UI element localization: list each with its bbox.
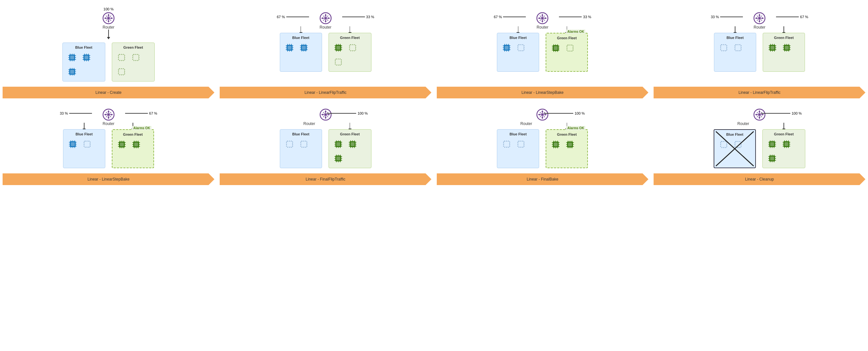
stage-name-label: Linear - Create xyxy=(96,90,122,95)
svg-rect-51 xyxy=(119,55,124,60)
svg-rect-419 xyxy=(351,142,354,146)
svg-rect-36 xyxy=(85,56,88,60)
blue-fleet-label: Blue Fleet xyxy=(726,133,744,136)
main-container: 100 % Router Blue F xyxy=(0,0,868,189)
router-section: 33 % 67 % Router xyxy=(2,103,215,126)
green-fleet-box: Alarms OK Green Fleet xyxy=(546,33,588,72)
svg-rect-316 xyxy=(84,141,90,147)
svg-rect-366 xyxy=(287,141,292,147)
svg-rect-292 xyxy=(785,46,789,50)
svg-rect-521 xyxy=(735,142,741,147)
svg-rect-575 xyxy=(770,156,774,161)
instance-0 xyxy=(67,138,79,150)
pct-left: 33 % xyxy=(711,15,719,19)
instances-grid xyxy=(550,42,584,54)
pct-left: 67 % xyxy=(494,15,502,19)
blue-fleet-label: Blue Fleet xyxy=(76,132,93,136)
router-label: Router xyxy=(304,121,315,126)
svg-rect-547 xyxy=(770,142,774,146)
instance-1 xyxy=(80,51,93,64)
fleets-row: Blue Fleet xyxy=(714,129,805,168)
svg-rect-496 xyxy=(568,143,572,146)
pct-right: 67 % xyxy=(149,111,157,115)
instances-grid xyxy=(66,51,102,78)
pct-right: 100 % xyxy=(358,111,368,115)
alarms-ok-badge: Alarms OK xyxy=(566,126,586,130)
green-fleet-label: Green Fleet xyxy=(340,36,360,40)
svg-rect-112 xyxy=(288,46,291,50)
instance-2 xyxy=(766,152,778,165)
green-fleet-label: Green Fleet xyxy=(557,133,577,136)
blue-fleet-box: Blue Fleet xyxy=(280,33,322,72)
pct-right: 33 % xyxy=(366,15,374,19)
svg-rect-217 xyxy=(567,45,573,51)
fleets-row: Blue Fleet xyxy=(714,33,805,72)
green-fleet-label: Green Fleet xyxy=(123,45,143,49)
blue-fleet-box: Blue Fleet xyxy=(714,129,756,168)
instance-0 xyxy=(717,138,730,151)
instance-0 xyxy=(332,138,344,150)
stage-name-label: Linear - LinearStepBake xyxy=(87,177,129,181)
instances-grid xyxy=(717,42,753,54)
stage-arrow: Linear - LinearFlipTraffic xyxy=(220,87,432,98)
instances-grid xyxy=(332,138,368,165)
stage-name-label: Linear - LinearFlipTraffic xyxy=(738,90,780,95)
svg-rect-356 xyxy=(134,143,138,146)
green-fleet-box: Green Fleet xyxy=(112,42,155,81)
router-section: 100 % Router xyxy=(653,103,866,126)
pct-center: 100 % xyxy=(103,7,114,11)
instance-1 xyxy=(346,42,359,54)
pct-right: 33 % xyxy=(583,15,591,19)
blue-fleet-box: Blue Fleet xyxy=(497,129,539,168)
blue-fleet-label: Blue Fleet xyxy=(75,45,93,49)
svg-rect-239 xyxy=(721,45,726,51)
blue-fleet-box: Blue Fleet xyxy=(62,42,105,81)
green-fleet-label: Green Fleet xyxy=(557,36,577,40)
instance-1 xyxy=(781,42,793,54)
instance-0 xyxy=(550,138,562,151)
diagram-cell-stage1: 100 % Router Blue F xyxy=(0,3,217,85)
svg-rect-443 xyxy=(504,141,509,147)
instance-0 xyxy=(116,138,128,151)
blue-fleet-label: Blue Fleet xyxy=(292,132,309,136)
pct-left: 67 % xyxy=(277,15,285,19)
svg-rect-561 xyxy=(784,142,788,146)
router-label: Router xyxy=(737,121,749,126)
instances-grid xyxy=(283,42,318,54)
router-section: 100 % Router xyxy=(219,103,433,126)
svg-rect-22 xyxy=(70,56,74,60)
green-fleet-label: Green Fleet xyxy=(774,36,794,40)
instances-grid xyxy=(766,138,802,165)
svg-rect-508 xyxy=(721,142,726,147)
router-section: 67 % 33 % Router xyxy=(219,6,433,30)
blue-fleet-box: Blue Fleet xyxy=(63,129,105,168)
alarms-ok-badge: Alarms OK xyxy=(132,126,151,130)
instance-0 xyxy=(550,42,562,54)
blue-fleet-box: Blue Fleet xyxy=(497,33,539,72)
instances-grid xyxy=(283,138,318,150)
instance-1 xyxy=(780,138,793,150)
stage-name-label: Linear - LinearFlipTraffic xyxy=(305,90,346,95)
blue-fleet-label: Blue Fleet xyxy=(726,36,744,40)
router-label: Router xyxy=(320,25,332,30)
svg-rect-141 xyxy=(350,45,355,51)
router-label: Router xyxy=(103,121,114,126)
router-section: 100 % Router xyxy=(2,6,215,39)
diagram-cell-stage2: 67 % 33 % Router xyxy=(217,3,434,85)
instances-grid xyxy=(500,42,535,54)
router-label: Router xyxy=(754,25,765,30)
instance-1 xyxy=(130,138,142,151)
diagram-row-2: 33 % 67 % Router xyxy=(0,100,868,171)
instance-1 xyxy=(81,138,93,150)
router-section: 100 % Router xyxy=(436,103,650,126)
green-fleet-label: Green Fleet xyxy=(340,132,360,136)
instance-1 xyxy=(298,138,310,150)
stage-arrow: Linear - FinalBake xyxy=(437,173,649,185)
instances-grid xyxy=(115,51,151,78)
svg-rect-405 xyxy=(336,142,340,146)
instances-grid xyxy=(500,138,535,150)
router-icon xyxy=(102,108,115,121)
svg-rect-140 xyxy=(336,46,340,50)
instance-0 xyxy=(500,42,513,54)
stage-arrow: Linear - FinalFlipTraffic xyxy=(220,173,432,185)
